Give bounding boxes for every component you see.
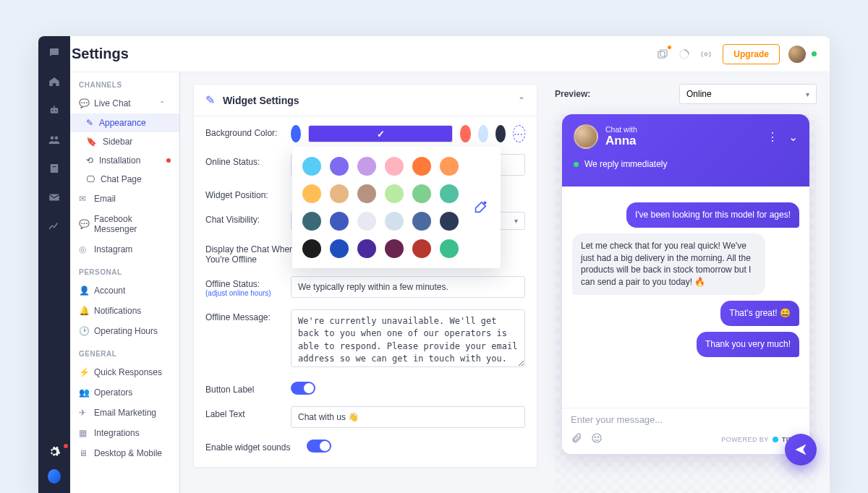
svg-rect-6 (51, 164, 59, 173)
label-text-input[interactable] (291, 406, 525, 428)
settings-sidebar: CHANNELS 💬 Live Chat ⌃ ✎ Appearance 🔖 Si… (70, 72, 180, 493)
home-icon[interactable] (48, 75, 61, 88)
brand-logo-icon[interactable] (48, 470, 61, 483)
label-widget-position: Widget Position: (205, 187, 291, 200)
color-swatch[interactable] (357, 212, 376, 231)
sidebar-item-label: Quick Responses (94, 367, 162, 377)
color-swatch[interactable] (478, 125, 488, 142)
sidebar-item-instagram[interactable]: ◎Instagram (70, 239, 179, 260)
offline-message-textarea[interactable] (291, 309, 525, 367)
color-swatch[interactable] (412, 239, 431, 258)
color-swatch[interactable] (495, 125, 506, 142)
upgrade-button[interactable]: Upgrade (723, 44, 780, 64)
mail-icon[interactable] (48, 191, 61, 204)
brush-icon: ✎ (205, 93, 216, 107)
sidebar-item-notifications[interactable]: 🔔Notifications (70, 301, 179, 321)
widget-header: Chat with Anna ⋮ ⌄ We reply imme (562, 114, 809, 187)
color-swatch[interactable] (330, 239, 349, 258)
chevron-up-icon: ⌃ (159, 100, 165, 108)
sidebar-sub-appearance[interactable]: ✎ Appearance (70, 113, 179, 132)
broadcast-icon[interactable] (699, 48, 712, 61)
color-swatch[interactable] (302, 184, 321, 203)
color-swatch[interactable] (440, 212, 459, 231)
attach-icon[interactable] (571, 432, 582, 447)
color-swatch[interactable] (440, 239, 459, 258)
gear-icon[interactable] (48, 445, 61, 458)
color-swatch[interactable] (302, 212, 321, 231)
sidebar-item-label: Desktop & Mobile (94, 448, 162, 458)
chevron-down-icon[interactable]: ⌄ (788, 130, 798, 144)
sidebar-item-desktop-mobile[interactable]: 🖥Desktop & Mobile (70, 443, 179, 463)
row-background-color: Background Color: ⋯ (205, 125, 525, 142)
custom-color-button[interactable] (472, 199, 489, 216)
adjust-hours-link[interactable]: (adjust online hours) (205, 289, 291, 297)
sidebar-sub-installation[interactable]: ⟲ Installation (70, 151, 179, 170)
sidebar-item-integrations[interactable]: ▦Integrations (70, 423, 179, 443)
messenger-icon: 💬 (79, 219, 88, 229)
color-swatch[interactable] (291, 125, 301, 142)
analytics-icon[interactable] (48, 220, 61, 233)
clock-icon: 🕑 (79, 326, 88, 336)
color-swatch[interactable] (385, 239, 404, 258)
loading-icon[interactable] (678, 48, 691, 61)
emoji-icon[interactable] (591, 432, 603, 447)
sidebar-item-label: Email (94, 194, 116, 204)
send-icon: ✈ (79, 408, 88, 418)
preview-status-value: Online (686, 89, 712, 99)
color-swatch[interactable] (308, 125, 453, 142)
widget-input-placeholder[interactable]: Enter your message... (571, 414, 801, 425)
devices-icon: 🖥 (79, 448, 88, 458)
color-swatch[interactable] (385, 184, 404, 203)
sidebar-item-messenger[interactable]: 💬Facebook Messenger (70, 209, 179, 239)
color-swatch[interactable] (330, 184, 349, 203)
color-swatch[interactable] (412, 157, 431, 176)
svg-rect-0 (51, 108, 59, 113)
chevron-up-icon[interactable]: ⌃ (518, 95, 525, 106)
widget-messages: I've been looking for this model for age… (562, 187, 809, 408)
color-swatch[interactable] (440, 184, 459, 203)
button-label-toggle[interactable] (291, 382, 315, 395)
sidebar-item-email-marketing[interactable]: ✈Email Marketing (70, 403, 179, 423)
svg-rect-11 (660, 50, 667, 56)
offline-status-input[interactable] (291, 276, 525, 298)
cards-icon[interactable] (656, 48, 669, 61)
sidebar-item-label: Installation (99, 155, 140, 166)
chat-icon[interactable] (48, 46, 61, 59)
message-sent: Thank you very much! (697, 332, 799, 357)
row-offline-message: Offline Message: (205, 309, 525, 370)
sidebar-sub-chat-page[interactable]: 🖵 Chat Page (70, 170, 179, 189)
more-colors-button[interactable]: ⋯ (513, 125, 525, 142)
sidebar-item-operators[interactable]: 👥Operators (70, 382, 179, 403)
sidebar-item-live-chat[interactable]: 💬 Live Chat ⌃ (70, 93, 179, 113)
color-swatch[interactable] (440, 157, 459, 176)
enable-sounds-toggle[interactable] (307, 440, 331, 453)
color-swatch[interactable] (460, 125, 470, 142)
color-swatch[interactable] (302, 157, 321, 176)
sidebar-item-email[interactable]: ✉Email (70, 189, 179, 209)
color-swatch[interactable] (302, 239, 321, 258)
svg-point-1 (52, 110, 54, 111)
preview-status-select[interactable]: Online ▾ (679, 84, 817, 104)
color-swatch[interactable] (412, 212, 431, 231)
color-swatch[interactable] (385, 212, 404, 231)
book-icon[interactable] (48, 162, 61, 175)
brush-icon: ✎ (86, 118, 93, 128)
sidebar-item-account[interactable]: 👤Account (70, 280, 179, 301)
sidebar-item-label: Integrations (94, 428, 140, 438)
send-fab-button[interactable] (785, 434, 817, 466)
sidebar-item-operating-hours[interactable]: 🕑Operating Hours (70, 321, 179, 341)
color-swatch[interactable] (330, 212, 349, 231)
color-swatch[interactable] (357, 239, 376, 258)
color-swatch[interactable] (385, 157, 404, 176)
bot-icon[interactable] (48, 104, 61, 117)
color-swatch[interactable] (412, 184, 431, 203)
people-icon[interactable] (48, 133, 61, 146)
color-swatch[interactable] (357, 184, 376, 203)
color-swatch[interactable] (330, 157, 349, 176)
color-swatch[interactable] (357, 157, 376, 176)
sidebar-item-quick-responses[interactable]: ⚡Quick Responses (70, 362, 179, 382)
avatar[interactable] (788, 46, 806, 63)
sidebar-sub-sidebar[interactable]: 🔖 Sidebar (70, 132, 179, 151)
bolt-icon: ⚡ (79, 367, 88, 377)
more-icon[interactable]: ⋮ (767, 130, 778, 144)
